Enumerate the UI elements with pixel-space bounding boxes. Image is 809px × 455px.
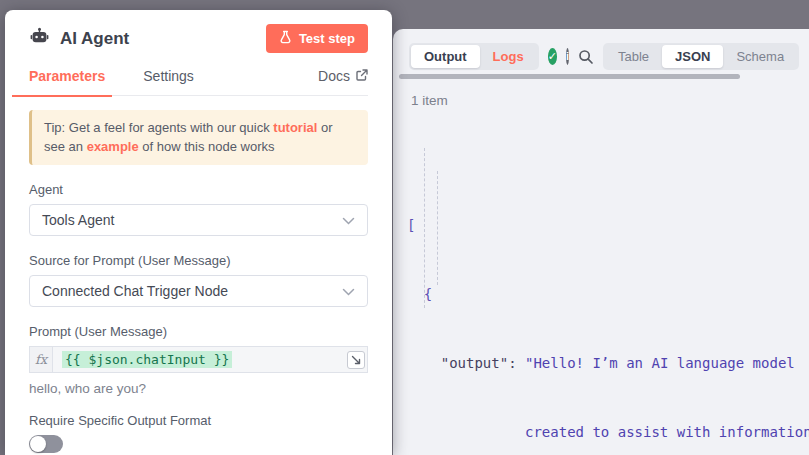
node-header: AI Agent Test step Parameters Settings D… [5, 10, 392, 96]
agent-field: Agent Tools Agent [29, 182, 368, 236]
toggle-knob [30, 436, 46, 452]
indent-guide [424, 148, 425, 308]
node-tabs: Parameters Settings Docs [29, 68, 368, 96]
tab-settings[interactable]: Settings [143, 68, 194, 84]
items-count: 1 item [411, 93, 448, 108]
node-parameters-body: Tip: Get a feel for agents with our quic… [5, 96, 392, 455]
tab-json[interactable]: JSON [662, 45, 723, 68]
indent-guide [437, 171, 438, 285]
prompt-field: Prompt (User Message) fx {{ $json.chatIn… [29, 324, 368, 396]
chevron-down-icon [342, 212, 355, 228]
prompt-source-label: Source for Prompt (User Message) [29, 253, 368, 268]
expand-expression-button[interactable] [347, 351, 365, 369]
view-mode-segmented-control: Table JSON Schema [603, 43, 799, 70]
output-logs-segmented-control: Output Logs [409, 43, 539, 70]
output-toolbar: Output Logs ✓ i Table JSON Schema [409, 43, 799, 70]
success-check-icon: ✓ [548, 48, 557, 65]
example-link[interactable]: example [87, 139, 139, 154]
tab-parameters[interactable]: Parameters [29, 68, 105, 84]
tip-callout: Tip: Get a feel for agents with our quic… [29, 110, 368, 165]
output-format-field: Require Specific Output Format [29, 413, 368, 453]
search-icon[interactable] [578, 48, 594, 66]
tutorial-link[interactable]: tutorial [273, 120, 317, 135]
node-title: AI Agent [60, 29, 129, 49]
prompt-source-field: Source for Prompt (User Message) Connect… [29, 253, 368, 307]
tab-logs[interactable]: Logs [480, 45, 537, 68]
json-line: "output": "Hello! I’m an AI language mod… [407, 352, 809, 375]
external-link-icon [356, 68, 368, 84]
fx-badge: fx [30, 347, 53, 372]
docs-link[interactable]: Docs [318, 68, 368, 84]
horizontal-scrollbar[interactable] [399, 74, 740, 79]
node-settings-panel: AI Agent Test step Parameters Settings D… [5, 10, 392, 455]
json-output-view: [ { "output": "Hello! I’m an AI language… [407, 122, 809, 455]
tab-output[interactable]: Output [411, 45, 480, 68]
agent-select[interactable]: Tools Agent [29, 204, 368, 236]
robot-icon [29, 26, 50, 51]
json-line: [ [407, 214, 809, 237]
prompt-source-select[interactable]: Connected Chat Trigger Node [29, 275, 368, 307]
tab-schema[interactable]: Schema [723, 45, 797, 68]
expression-value[interactable]: {{ $json.chatInput }} [62, 351, 232, 368]
output-format-toggle[interactable] [29, 435, 63, 453]
flask-icon [279, 30, 292, 47]
tab-table[interactable]: Table [605, 45, 662, 68]
info-icon[interactable]: i [566, 48, 569, 65]
json-line: created to assist with information, [407, 421, 809, 444]
agent-label: Agent [29, 182, 368, 197]
expression-input[interactable]: fx {{ $json.chatInput }} [29, 346, 368, 373]
output-panel: Output Logs ✓ i Table JSON Schema 1 item… [393, 29, 809, 455]
output-format-label: Require Specific Output Format [29, 413, 368, 428]
chevron-down-icon [342, 283, 355, 299]
prompt-label: Prompt (User Message) [29, 324, 368, 339]
json-line: { [407, 283, 809, 306]
test-step-button[interactable]: Test step [266, 24, 368, 53]
expression-preview: hello, who are you? [29, 381, 368, 396]
